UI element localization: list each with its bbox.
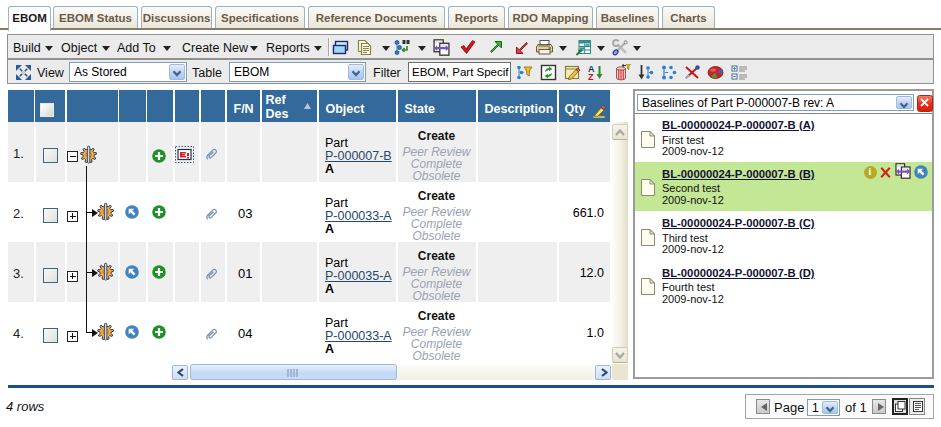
svg-text:Z: Z [588, 72, 594, 81]
